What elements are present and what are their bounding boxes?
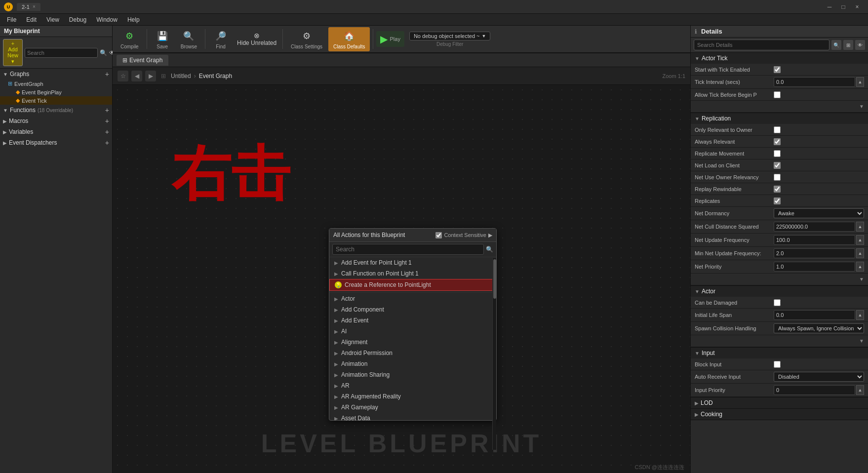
tick-interval-spin-icon[interactable]: ▲ (856, 77, 864, 87)
menu-debug[interactable]: Debug (64, 15, 91, 24)
ctx-category-ai[interactable]: ▶ AI (329, 326, 496, 337)
input-priority-input[interactable] (774, 385, 855, 395)
initial-life-span-spin-icon[interactable]: ▲ (856, 310, 864, 320)
compile-button[interactable]: ⚙ Compile (116, 27, 144, 51)
variables-add-icon[interactable]: + (105, 128, 109, 136)
ctx-category-animation[interactable]: ▶ Animation (329, 358, 496, 369)
class-settings-button[interactable]: ⚙ Class Settings (286, 27, 327, 51)
spawn-collision-select[interactable]: Always Spawn, Ignore Collisions Default (774, 323, 864, 333)
find-button[interactable]: 🔎 Find (208, 27, 233, 51)
browse-button[interactable]: 🔍 Browse (176, 27, 202, 51)
tab-close-icon[interactable]: × (33, 4, 36, 9)
ctx-category-ar[interactable]: ▶ AR (329, 380, 496, 391)
back-button[interactable]: ◀ (131, 71, 142, 81)
ctx-category-ar-augmented-reality[interactable]: ▶ AR Augmented Reality (329, 391, 496, 402)
forward-button[interactable]: ▶ (145, 71, 156, 81)
ctx-category-android-permission[interactable]: ▶ Android Permission (329, 348, 496, 358)
block-input-checkbox[interactable] (774, 361, 781, 368)
min-net-update-spin-icon[interactable]: ▲ (856, 248, 864, 258)
ctx-category-add-event[interactable]: ▶ Add Event (329, 315, 496, 326)
input-priority-spin-icon[interactable]: ▲ (856, 385, 864, 395)
maximize-button[interactable]: □ (836, 0, 850, 14)
menu-help[interactable]: Help (122, 15, 145, 24)
net-priority-input[interactable] (774, 262, 855, 272)
add-new-button[interactable]: + Add New ▾ (3, 39, 23, 66)
initial-life-span-input[interactable] (774, 310, 855, 320)
actor-tick-expand-icon[interactable]: ▼ (859, 104, 864, 109)
event-tick-item[interactable]: ◆ Event Tick (0, 96, 112, 105)
ctx-category-alignment[interactable]: ▶ Alignment (329, 337, 496, 348)
replicates-checkbox[interactable] (774, 197, 781, 204)
min-net-update-input[interactable] (774, 248, 855, 258)
details-eye-icon[interactable]: 👁 (855, 40, 865, 50)
ctx-category-ar-gameplay[interactable]: ▶ AR Gameplay (329, 402, 496, 413)
actor-expand-icon[interactable]: ▼ (859, 338, 864, 344)
event-graph-tab[interactable]: ⊞ Event Graph (117, 55, 168, 66)
start-tick-checkbox[interactable] (774, 66, 781, 73)
minimize-button[interactable]: ─ (823, 0, 836, 14)
context-sensitive-option[interactable]: Context Sensitive ▶ (435, 232, 492, 238)
replication-expand-icon[interactable]: ▼ (859, 276, 864, 282)
replay-rewindable-checkbox[interactable] (774, 186, 781, 193)
net-priority-spin-icon[interactable]: ▲ (856, 262, 864, 272)
only-relevant-checkbox[interactable] (774, 126, 781, 133)
menu-edit[interactable]: Edit (21, 15, 41, 24)
auto-receive-input-select[interactable]: Disabled Player 0 (774, 372, 864, 382)
play-button[interactable]: ▶ Play (376, 31, 404, 47)
context-menu-search-input[interactable] (332, 244, 484, 255)
allow-tick-checkbox[interactable] (774, 91, 781, 98)
ctx-create-reference-pointlight[interactable]: 💡 Create a Reference to PointLight (329, 279, 496, 291)
context-menu-scrollbar[interactable] (492, 258, 496, 450)
event-graph-item[interactable]: ⊞ EventGraph (0, 79, 112, 88)
actor-section-header[interactable]: ▼ Actor (691, 286, 868, 297)
menu-view[interactable]: View (41, 15, 64, 24)
lod-header[interactable]: ▶ LOD (691, 397, 868, 408)
ctx-category-add-component[interactable]: ▶ Add Component (329, 304, 496, 315)
context-sensitive-checkbox[interactable] (435, 232, 442, 238)
close-button[interactable]: × (850, 0, 864, 14)
net-cull-input[interactable] (774, 222, 855, 232)
tick-interval-input[interactable] (774, 77, 855, 87)
replication-header[interactable]: ▼ Replication (691, 113, 868, 124)
hide-unrelated-button[interactable]: ⊗ Hide Unrelated (234, 30, 279, 48)
macros-add-icon[interactable]: + (105, 117, 109, 125)
variables-section[interactable]: ▶ Variables + (0, 126, 112, 137)
debug-filter-dropdown[interactable]: No debug object selected ~ ▼ (409, 32, 491, 40)
window-tab[interactable]: 2-1 × (17, 3, 40, 11)
ctx-category-asset-data[interactable]: ▶ Asset Data (329, 413, 496, 420)
actor-tick-header[interactable]: ▼ Actor Tick (691, 53, 868, 64)
macros-section[interactable]: ▶ Macros + (0, 116, 112, 126)
ctx-category-actor[interactable]: ▶ Actor (329, 293, 496, 304)
menu-window[interactable]: Window (91, 15, 122, 24)
search-icon[interactable]: 🔍 (100, 49, 107, 56)
net-update-freq-spin-icon[interactable]: ▲ (856, 235, 864, 245)
details-search-icon[interactable]: 🔍 (831, 40, 841, 50)
can-be-damaged-checkbox[interactable] (774, 299, 781, 306)
menu-file[interactable]: File (2, 15, 21, 24)
event-dispatchers-section[interactable]: ▶ Event Dispatchers + (0, 137, 112, 148)
net-use-owner-checkbox[interactable] (774, 174, 781, 181)
net-dormancy-select[interactable]: Awake Initial DormantAll (774, 208, 864, 218)
net-cull-spin-icon[interactable]: ▲ (856, 222, 864, 232)
replicate-movement-checkbox[interactable] (774, 150, 781, 157)
class-defaults-button[interactable]: 🏠 Class Defaults (328, 27, 370, 51)
breadcrumb-event-graph[interactable]: Event Graph (199, 73, 232, 79)
input-section-header[interactable]: ▼ Input (691, 348, 868, 358)
ctx-call-function-pointlight[interactable]: ▶ Call Function on Point Light 1 (329, 268, 496, 279)
functions-section[interactable]: ▼ Functions (18 Overridable) + (0, 105, 112, 116)
breadcrumb-untitled[interactable]: Untitled (171, 73, 191, 79)
event-begin-play-item[interactable]: ◆ Event BeginPlay (0, 88, 112, 96)
save-button[interactable]: 💾 Save (150, 27, 175, 51)
net-update-freq-input[interactable] (774, 235, 855, 245)
functions-add-icon[interactable]: + (105, 106, 109, 114)
details-scroll-area[interactable]: ▼ Actor Tick Start with Tick Enabled Tic… (691, 53, 868, 473)
details-search-input[interactable] (694, 39, 829, 50)
details-grid-icon[interactable]: ⊞ (843, 40, 853, 50)
graphs-section[interactable]: ▼ Graphs + (0, 69, 112, 79)
net-load-checkbox[interactable] (774, 162, 781, 169)
bookmark-icon[interactable]: ☆ (118, 71, 128, 81)
dispatchers-add-icon[interactable]: + (105, 139, 109, 147)
ctx-category-animation-sharing[interactable]: ▶ Animation Sharing (329, 369, 496, 380)
always-relevant-checkbox[interactable] (774, 138, 781, 145)
graph-canvas[interactable]: 右击 LEVEL BLUEPRINT All Actions for this … (113, 85, 690, 473)
